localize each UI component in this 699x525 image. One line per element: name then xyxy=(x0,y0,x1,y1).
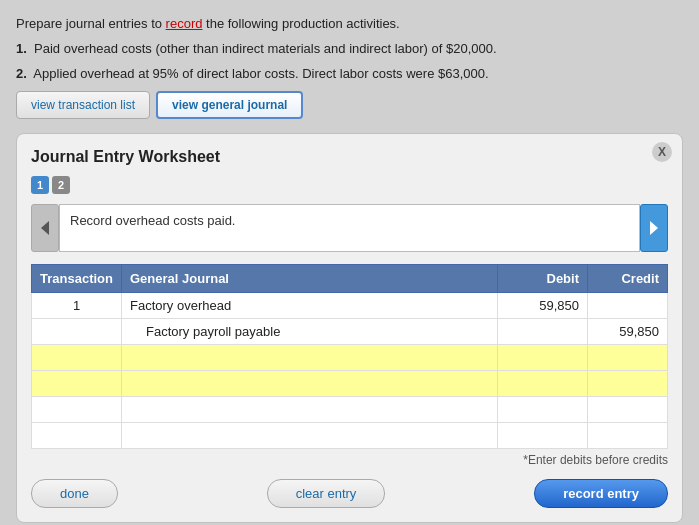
table-row xyxy=(32,397,668,423)
cell-account[interactable]: Factory overhead xyxy=(122,293,498,319)
cell-credit[interactable] xyxy=(588,345,668,371)
cell-debit[interactable] xyxy=(498,397,588,423)
table-row xyxy=(32,371,668,397)
cell-debit[interactable] xyxy=(498,345,588,371)
done-button[interactable]: done xyxy=(31,479,118,508)
table-row: Factory payroll payable 59,850 xyxy=(32,319,668,345)
col-debit: Debit xyxy=(498,265,588,293)
clear-entry-button[interactable]: clear entry xyxy=(267,479,386,508)
cell-transaction xyxy=(32,423,122,449)
cell-debit[interactable]: 59,850 xyxy=(498,293,588,319)
journal-entry-worksheet-panel: Journal Entry Worksheet X 1 2 Record ove… xyxy=(16,133,683,523)
step-1-indicator[interactable]: 1 xyxy=(31,176,49,194)
col-transaction: Transaction xyxy=(32,265,122,293)
cell-debit[interactable] xyxy=(498,371,588,397)
highlight-word: record xyxy=(166,16,203,31)
view-general-journal-button[interactable]: view general journal xyxy=(156,91,303,119)
step-description: Record overhead costs paid. xyxy=(59,204,640,252)
cell-transaction: 1 xyxy=(32,293,122,319)
cell-account[interactable] xyxy=(122,423,498,449)
cell-transaction xyxy=(32,397,122,423)
cell-account[interactable]: Factory payroll payable xyxy=(122,319,498,345)
step-2-indicator[interactable]: 2 xyxy=(52,176,70,194)
cell-transaction xyxy=(32,319,122,345)
journal-table: Transaction General Journal Debit Credit… xyxy=(31,264,668,449)
cell-credit[interactable] xyxy=(588,371,668,397)
close-button[interactable]: X xyxy=(652,142,672,162)
footer-note: *Enter debits before credits xyxy=(31,453,668,467)
table-row xyxy=(32,345,668,371)
instructions-block: Prepare journal entries to record the fo… xyxy=(16,16,683,81)
cell-credit[interactable] xyxy=(588,423,668,449)
cell-account[interactable] xyxy=(122,345,498,371)
col-general-journal: General Journal xyxy=(122,265,498,293)
instruction-item-1: 1. Paid overhead costs (other than indir… xyxy=(16,41,683,56)
cell-credit[interactable] xyxy=(588,293,668,319)
step-indicators: 1 2 xyxy=(31,176,668,194)
panel-title: Journal Entry Worksheet xyxy=(31,148,668,166)
prev-arrow-button[interactable] xyxy=(31,204,59,252)
view-transaction-list-button[interactable]: view transaction list xyxy=(16,91,150,119)
cell-credit[interactable] xyxy=(588,397,668,423)
tab-buttons-row: view transaction list view general journ… xyxy=(16,91,683,119)
cell-transaction xyxy=(32,345,122,371)
svg-marker-0 xyxy=(41,221,49,235)
cell-debit[interactable] xyxy=(498,319,588,345)
cell-debit[interactable] xyxy=(498,423,588,449)
record-entry-button[interactable]: record entry xyxy=(534,479,668,508)
table-header-row: Transaction General Journal Debit Credit xyxy=(32,265,668,293)
cell-credit[interactable]: 59,850 xyxy=(588,319,668,345)
col-credit: Credit xyxy=(588,265,668,293)
table-row xyxy=(32,423,668,449)
svg-marker-1 xyxy=(650,221,658,235)
intro-text: Prepare journal entries to record the fo… xyxy=(16,16,683,31)
table-row: 1 Factory overhead 59,850 xyxy=(32,293,668,319)
instruction-item-2: 2. Applied overhead at 95% of direct lab… xyxy=(16,66,683,81)
cell-transaction xyxy=(32,371,122,397)
cell-account[interactable] xyxy=(122,371,498,397)
navigation-row: Record overhead costs paid. xyxy=(31,204,668,252)
next-arrow-button[interactable] xyxy=(640,204,668,252)
cell-account[interactable] xyxy=(122,397,498,423)
action-buttons-row: done clear entry record entry xyxy=(31,479,668,508)
